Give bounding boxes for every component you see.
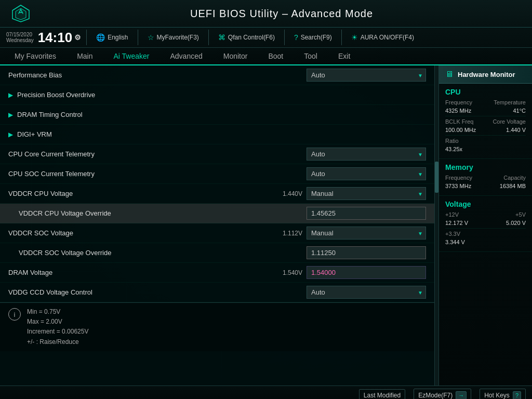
vddcr-soc-voltage-dropdown[interactable]: Manual Auto: [307, 227, 426, 240]
digi-vrm-row[interactable]: ▶ DIGI+ VRM: [0, 125, 434, 144]
performance-bias-row: Performance Bias Auto Manual: [0, 65, 434, 85]
info-line-increment: Increment = 0.00625V: [27, 327, 88, 337]
vddcr-cpu-voltage-label: VDDCR CPU Voltage: [8, 190, 276, 197]
memory-values: 3733 MHz 16384 MB: [445, 183, 526, 189]
settings-icon[interactable]: ⚙: [74, 34, 81, 41]
memory-section: Memory Frequency Capacity 3733 MHz 16384…: [439, 159, 532, 196]
v12-label: +12V: [445, 211, 459, 218]
time-display: 14:10 ⚙: [38, 31, 82, 44]
qfan-btn[interactable]: ⌘ Qfan Control(F6): [214, 32, 279, 43]
monitor-icon: 🖥: [445, 70, 454, 79]
dram-timing-label: ▶ DRAM Timing Control: [8, 111, 426, 118]
nav-boot[interactable]: Boot: [258, 48, 294, 65]
cpu-soc-telemetry-row: CPU SOC Current Telemetry Auto Manual: [0, 164, 434, 184]
info-line-raise-reduce: +/- : Raise/Reduce: [27, 337, 88, 347]
nav-advanced[interactable]: Advanced: [159, 48, 212, 65]
expand-arrow-icon: ▶: [8, 91, 13, 99]
precision-boost-row[interactable]: ▶ Precision Boost Overdrive: [0, 85, 434, 105]
hotkeys-btn[interactable]: Hot Keys ?: [480, 389, 526, 400]
nav-ai-tweaker[interactable]: Ai Tweaker: [103, 48, 159, 65]
cpu-temperature-label: Temperature: [494, 99, 526, 105]
cpu-core-telemetry-dropdown[interactable]: Auto Manual: [307, 148, 426, 161]
star-icon: ☆: [148, 33, 154, 42]
cpu-soc-telemetry-label: CPU SOC Current Telemetry: [8, 170, 307, 178]
nav-tool[interactable]: Tool: [294, 48, 328, 65]
precision-boost-label: ▶ Precision Boost Overdrive: [8, 91, 426, 99]
performance-bias-dropdown[interactable]: Auto Manual: [307, 69, 426, 82]
ratio-value: 43.25x: [445, 146, 462, 152]
hotkeys-label: Hot Keys: [484, 392, 510, 399]
header: UEFI BIOS Utility – Advanced Mode: [0, 0, 532, 28]
performance-bias-label: Performance Bias: [8, 71, 307, 79]
ratio-value-row: 43.25x: [445, 146, 526, 152]
vddcr-soc-voltage-label: VDDCR SOC Voltage: [8, 229, 276, 237]
vddcr-cpu-override-input[interactable]: [307, 207, 426, 220]
expand-arrow-icon: ▶: [8, 111, 13, 118]
vddcr-cpu-override-label: VDDCR CPU Voltage Override: [8, 209, 307, 217]
dram-timing-row[interactable]: ▶ DRAM Timing Control: [0, 105, 434, 125]
footer-bar: Last Modified EzMode(F7) → Hot Keys ?: [0, 385, 532, 399]
language-btn[interactable]: 🌐 English: [92, 32, 132, 43]
last-modified-btn[interactable]: Last Modified: [359, 389, 405, 400]
voltage-section-title: Voltage: [445, 200, 526, 208]
ezmode-arrow-icon: →: [456, 391, 467, 400]
vddcr-cpu-voltage-dropdown[interactable]: Manual Auto: [307, 187, 426, 200]
v5-label: +5V: [515, 211, 526, 218]
search-btn[interactable]: ? Search(F9): [290, 32, 336, 43]
v5-value: 5.020 V: [506, 220, 526, 226]
digi-vrm-label: ▶ DIGI+ VRM: [8, 130, 426, 138]
settings-list: Performance Bias Auto Manual ▶ Precision…: [0, 65, 434, 302]
info-box: i Min = 0.75V Max = 2.00V Increment = 0.…: [0, 302, 434, 351]
vddg-ccd-row: VDDG CCD Voltage Control Auto Manual: [0, 283, 434, 302]
vddg-ccd-dropdown[interactable]: Auto Manual: [307, 286, 426, 299]
vddcr-soc-override-row: VDDCR SOC Voltage Override: [0, 243, 434, 263]
scrollbar[interactable]: [434, 65, 438, 385]
main-layout: Performance Bias Auto Manual ▶ Precision…: [0, 65, 532, 385]
core-voltage-value: 1.440 V: [506, 127, 526, 133]
vddcr-cpu-override-row: VDDCR CPU Voltage Override: [0, 204, 434, 223]
hardware-monitor-panel: 🖥 Hardware Monitor CPU Frequency Tempera…: [438, 65, 532, 385]
info-line-min: Min = 0.75V: [27, 307, 88, 317]
cpu-soc-telemetry-dropdown[interactable]: Auto Manual: [307, 167, 426, 180]
vddcr-soc-voltage-side: 1.112V: [276, 230, 302, 237]
divider: [86, 30, 87, 45]
memory-frequency-label: Frequency: [445, 175, 472, 181]
memory-capacity-label: Capacity: [503, 175, 526, 181]
aura-btn[interactable]: ☀ AURA ON/OFF(F4): [347, 32, 418, 43]
vddcr-cpu-voltage-row: VDDCR CPU Voltage 1.440V Manual Auto: [0, 184, 434, 204]
nav-exit[interactable]: Exit: [328, 48, 361, 65]
nav-my-favorites[interactable]: My Favorites: [4, 48, 66, 65]
nav-monitor[interactable]: Monitor: [213, 48, 258, 65]
fan-icon: ⌘: [218, 33, 225, 42]
ezmode-btn[interactable]: EzMode(F7) →: [414, 389, 471, 400]
hotkeys-key-icon: ?: [513, 391, 521, 400]
performance-bias-dropdown-wrapper: Auto Manual: [307, 69, 426, 82]
v12-row: +12V +5V: [445, 211, 526, 218]
ratio-label: Ratio: [445, 138, 459, 144]
cpu-soc-telemetry-wrapper: Auto Manual: [307, 167, 426, 180]
scroll-thumb: [435, 162, 438, 193]
info-line-max: Max = 2.00V: [27, 317, 88, 327]
vddg-ccd-label: VDDG CCD Voltage Control: [8, 288, 307, 296]
bclk-core-labels: BCLK Freq Core Voltage: [445, 118, 526, 125]
ratio-label-row: Ratio: [445, 138, 526, 144]
memory-section-title: Memory: [445, 163, 526, 171]
nav-main[interactable]: Main: [66, 48, 103, 65]
bclk-value: 100.00 MHz: [445, 127, 476, 133]
bclk-core-values: 100.00 MHz 1.440 V: [445, 127, 526, 133]
cpu-frequency-row: Frequency Temperature: [445, 99, 526, 105]
dram-voltage-input[interactable]: [307, 266, 426, 279]
vddcr-soc-override-input[interactable]: [307, 246, 426, 259]
info-icon: i: [8, 308, 21, 321]
datetime: 07/15/2020Wednesday: [6, 32, 34, 43]
cpu-frequency-values: 4325 MHz 41°C: [445, 108, 526, 114]
myfavorite-btn[interactable]: ☆ MyFavorite(F3): [143, 32, 203, 43]
v12-value: 12.172 V: [445, 220, 468, 226]
nav-bar: My Favorites Main Ai Tweaker Advanced Mo…: [0, 48, 532, 65]
divider: [341, 30, 342, 45]
last-modified-label: Last Modified: [364, 392, 401, 399]
cpu-frequency-label: Frequency: [445, 99, 472, 105]
date: 07/15/2020Wednesday: [6, 32, 34, 43]
memory-frequency-value: 3733 MHz: [445, 183, 471, 189]
vddg-ccd-wrapper: Auto Manual: [307, 286, 426, 299]
